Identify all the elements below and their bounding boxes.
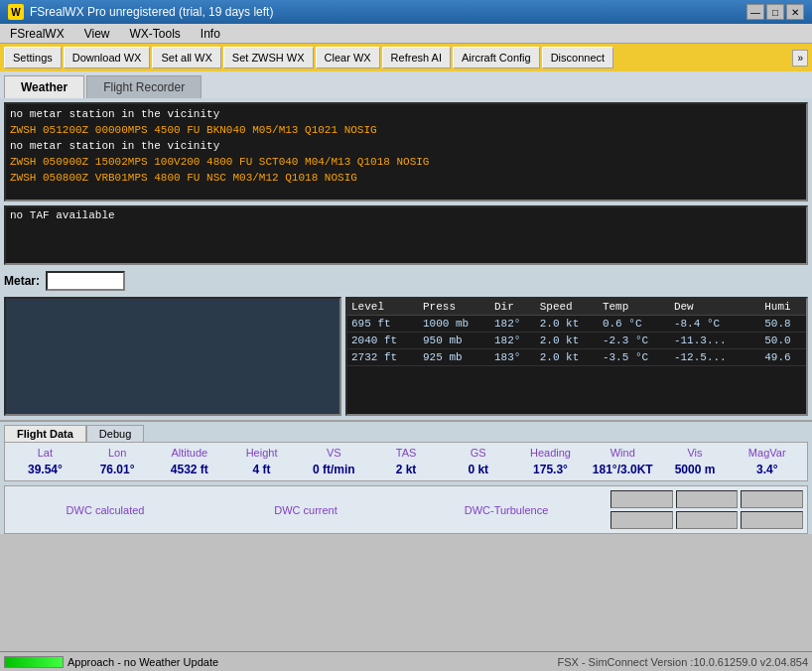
- table-row: 2040 ft 950 mb 182° 2.0 kt -2.3 °C -11.3…: [347, 333, 806, 349]
- cell-press: 1000 mb: [419, 316, 490, 333]
- flight-tabs: Flight Data Debug: [0, 422, 812, 442]
- app-icon: W: [8, 4, 24, 20]
- title-bar-left: W FSrealWX Pro unregistered (trial, 19 d…: [8, 4, 273, 20]
- toolbar-expand-button[interactable]: »: [792, 50, 808, 67]
- cell-empty: [750, 316, 761, 333]
- dwc-box-6[interactable]: [741, 511, 803, 529]
- set-zwsh-wx-button[interactable]: Set ZWSH WX: [223, 47, 314, 68]
- status-text: Approach - no Weather Update: [68, 656, 553, 668]
- toolbar: Settings Download WX Set all WX Set ZWSH…: [0, 44, 812, 71]
- dwc-box-2[interactable]: [676, 490, 739, 508]
- menu-bar: FSrealWX View WX-Tools Info: [0, 24, 812, 44]
- dwc-box-4[interactable]: [610, 511, 673, 529]
- val-vis: 5000 m: [659, 463, 732, 476]
- cell-dir: 183°: [490, 349, 536, 366]
- tab-weather[interactable]: Weather: [4, 75, 84, 98]
- cell-dew: -11.3...: [670, 333, 750, 349]
- tab-flight-recorder[interactable]: Flight Recorder: [86, 75, 202, 98]
- cell-press: 950 mb: [419, 333, 490, 349]
- dwc-box-3[interactable]: [741, 490, 803, 508]
- version-text: FSX - SimConnect Version :10.0.61259.0 v…: [557, 656, 808, 668]
- table-row: 695 ft 1000 mb 182° 2.0 kt 0.6 °C -8.4 °…: [347, 316, 806, 333]
- data-table-area: Level Press Dir Speed Temp Dew Humi 695 …: [345, 297, 808, 416]
- val-height: 4 ft: [225, 463, 298, 476]
- header-height: Height: [225, 447, 298, 459]
- lower-section: Level Press Dir Speed Temp Dew Humi 695 …: [4, 297, 808, 416]
- cell-humi: 50.0: [760, 333, 806, 349]
- taf-text: no TAF available: [10, 209, 802, 221]
- dwc-box-5[interactable]: [676, 511, 739, 529]
- col-speed: Speed: [536, 299, 599, 316]
- metar-line-3: no metar station in the vicinity: [10, 138, 802, 154]
- header-gs: GS: [442, 447, 514, 459]
- col-temp: Temp: [599, 299, 670, 316]
- set-all-wx-button[interactable]: Set all WX: [152, 47, 220, 68]
- data-table: Level Press Dir Speed Temp Dew Humi 695 …: [347, 299, 806, 366]
- cell-dir: 182°: [490, 316, 536, 333]
- val-magvar: 3.4°: [731, 463, 803, 476]
- cell-level: 2732 ft: [347, 349, 419, 366]
- dwc-calculated-label: DWC calculated: [9, 504, 202, 516]
- cell-empty: [750, 333, 761, 349]
- header-lon: Lon: [81, 447, 154, 459]
- cell-speed: 2.0 kt: [536, 316, 599, 333]
- col-dir: Dir: [490, 299, 536, 316]
- header-magvar: MagVar: [731, 447, 803, 459]
- header-altitude: Altitude: [153, 447, 225, 459]
- metar-line-1: no metar station in the vicinity: [10, 106, 802, 122]
- header-heading: Heading: [514, 447, 587, 459]
- settings-button[interactable]: Settings: [4, 47, 62, 68]
- cell-temp: -2.3 °C: [599, 333, 670, 349]
- metar-input-row: Metar:: [4, 269, 808, 293]
- tab-area: Weather Flight Recorder: [0, 71, 812, 98]
- header-vis: Vis: [659, 447, 732, 459]
- cell-dew: -12.5...: [670, 349, 750, 366]
- title-bar: W FSrealWX Pro unregistered (trial, 19 d…: [0, 0, 812, 24]
- table-row: 2732 ft 925 mb 183° 2.0 kt -3.5 °C -12.5…: [347, 349, 806, 366]
- tab-flight-data[interactable]: Flight Data: [4, 425, 86, 442]
- metar-input[interactable]: [46, 271, 125, 291]
- close-button[interactable]: ✕: [786, 4, 804, 20]
- cell-humi: 49.6: [760, 349, 806, 366]
- minimize-button[interactable]: —: [746, 4, 764, 20]
- dwc-turbulence-label: DWC-Turbulence: [410, 504, 603, 516]
- download-wx-button[interactable]: Download WX: [64, 47, 151, 68]
- metar-line-2: ZWSH 051200Z 00000MPS 4500 FU BKN040 M05…: [10, 122, 802, 138]
- header-tas: TAS: [370, 447, 443, 459]
- cell-dew: -8.4 °C: [670, 316, 750, 333]
- menu-fsrealwx[interactable]: FSrealWX: [4, 26, 70, 42]
- flight-data-content: Lat Lon Altitude Height VS TAS GS Headin…: [4, 442, 808, 481]
- dwc-input-row-2: [610, 511, 803, 529]
- dwc-section: DWC calculated DWC current DWC-Turbulenc…: [4, 485, 808, 534]
- main-content: no metar station in the vicinity ZWSH 05…: [0, 98, 812, 420]
- menu-wx-tools[interactable]: WX-Tools: [123, 26, 186, 42]
- cell-dir: 182°: [490, 333, 536, 349]
- tab-debug[interactable]: Debug: [86, 425, 144, 442]
- cell-speed: 2.0 kt: [536, 333, 599, 349]
- title-text: FSrealWX Pro unregistered (trial, 19 day…: [30, 5, 273, 19]
- menu-view[interactable]: View: [78, 26, 116, 42]
- status-bar: Approach - no Weather Update FSX - SimCo…: [0, 651, 812, 671]
- dwc-current-label: DWC current: [209, 504, 402, 516]
- aircraft-config-button[interactable]: Aircraft Config: [453, 47, 540, 68]
- header-wind: Wind: [587, 447, 659, 459]
- maximize-button[interactable]: □: [766, 4, 784, 20]
- dwc-box-1[interactable]: [610, 490, 673, 508]
- col-level: Level: [347, 299, 419, 316]
- val-gs: 0 kt: [442, 463, 514, 476]
- header-lat: Lat: [9, 447, 81, 459]
- window-controls: — □ ✕: [746, 4, 804, 20]
- clear-wx-button[interactable]: Clear WX: [316, 47, 380, 68]
- val-wind: 181°/3.0KT: [587, 463, 659, 476]
- cell-temp: 0.6 °C: [599, 316, 670, 333]
- val-vs: 0 ft/min: [298, 463, 370, 476]
- status-indicator: [4, 656, 64, 668]
- col-empty: [750, 299, 761, 316]
- map-area: [4, 297, 341, 416]
- metar-line-5: ZWSH 050800Z VRB01MPS 4800 FU NSC M03/M1…: [10, 170, 802, 186]
- menu-info[interactable]: Info: [195, 26, 226, 42]
- disconnect-button[interactable]: Disconnect: [542, 47, 613, 68]
- cell-empty: [750, 349, 761, 366]
- flight-data-values: 39.54° 76.01° 4532 ft 4 ft 0 ft/min 2 kt…: [9, 463, 803, 476]
- refresh-ai-button[interactable]: Refresh AI: [382, 47, 451, 68]
